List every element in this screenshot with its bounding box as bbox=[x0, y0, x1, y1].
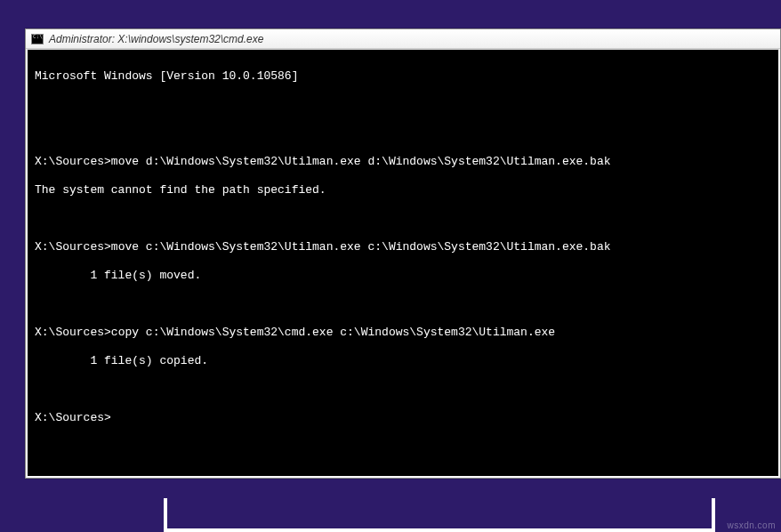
command-input[interactable] bbox=[111, 411, 118, 425]
prompt: X:\Sources> bbox=[35, 240, 111, 254]
titlebar[interactable]: Administrator: X:\windows\system32\cmd.e… bbox=[26, 29, 780, 49]
blank-line bbox=[35, 98, 771, 112]
prompt: X:\Sources> bbox=[35, 155, 111, 169]
version-line: Microsoft Windows [Version 10.0.10586] bbox=[35, 69, 771, 84]
command-line: X:\Sources>move d:\Windows\System32\Util… bbox=[35, 155, 771, 169]
command-line: X:\Sources>move c:\Windows\System32\Util… bbox=[35, 240, 771, 254]
blank-line bbox=[35, 297, 771, 311]
blank-line bbox=[35, 212, 771, 226]
output-line: 1 file(s) copied. bbox=[35, 354, 771, 368]
cmd-window: Administrator: X:\windows\system32\cmd.e… bbox=[25, 28, 781, 479]
command-text: move c:\Windows\System32\Utilman.exe c:\… bbox=[111, 240, 611, 254]
window-title: Administrator: X:\windows\system32\cmd.e… bbox=[49, 33, 263, 45]
current-prompt-line[interactable]: X:\Sources> bbox=[35, 411, 771, 425]
installer-bottom-bar bbox=[164, 498, 715, 532]
output-line: 1 file(s) moved. bbox=[35, 269, 771, 283]
blank-line bbox=[35, 383, 771, 397]
blank-line bbox=[35, 126, 771, 141]
console-area[interactable]: Microsoft Windows [Version 10.0.10586] X… bbox=[26, 49, 780, 478]
command-text: copy c:\Windows\System32\cmd.exe c:\Wind… bbox=[111, 326, 555, 340]
watermark: wsxdn.com bbox=[727, 520, 776, 530]
prompt: X:\Sources> bbox=[35, 411, 111, 425]
cmd-icon bbox=[31, 34, 44, 44]
command-text: move d:\Windows\System32\Utilman.exe d:\… bbox=[111, 155, 611, 169]
output-line: The system cannot find the path specifie… bbox=[35, 183, 771, 197]
prompt: X:\Sources> bbox=[35, 326, 111, 340]
command-line: X:\Sources>copy c:\Windows\System32\cmd.… bbox=[35, 326, 771, 340]
